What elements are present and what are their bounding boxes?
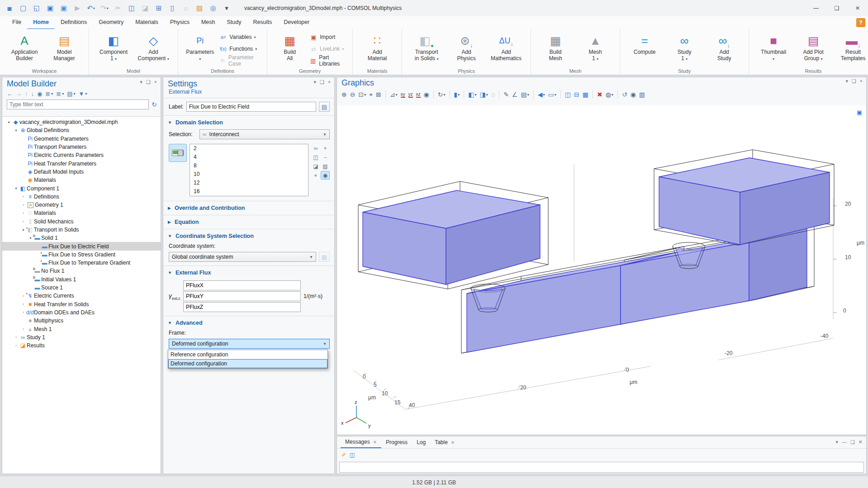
panel-pin-icon[interactable]: ⌖ bbox=[328, 79, 331, 85]
external-flux-input-x[interactable] bbox=[183, 280, 301, 290]
split-vertical-icon[interactable]: ⊟ bbox=[573, 90, 580, 99]
chevron-right-icon[interactable]: ▶ bbox=[168, 220, 171, 224]
chevron-right-icon[interactable]: › bbox=[20, 203, 26, 207]
model-manager-button[interactable]: ▤ModelManager bbox=[44, 32, 84, 62]
split-horizontal-icon[interactable]: ◫ bbox=[564, 90, 572, 99]
node-group-icon[interactable]: ▤▾ bbox=[67, 90, 75, 97]
panel-pin-icon[interactable]: ⌖ bbox=[154, 79, 157, 85]
selection-color-icon[interactable]: ✖ bbox=[596, 90, 603, 99]
coordinate-system-combobox[interactable]: Global coordinate system ▼ bbox=[169, 252, 316, 262]
add-material-button[interactable]: ∷AddMaterial bbox=[357, 32, 397, 62]
save-icon[interactable]: ▣ bbox=[44, 3, 56, 14]
zoom-selected-icon[interactable]: ⊠ bbox=[375, 90, 382, 99]
tree-item-component-1[interactable]: ▾◧Component 1 bbox=[2, 184, 161, 192]
chevron-down-icon[interactable]: ▼ bbox=[168, 234, 172, 238]
panel-float-icon[interactable]: ❑ bbox=[852, 78, 856, 84]
component-1-button[interactable]: ◧Component1 ▾ bbox=[94, 32, 133, 62]
tree-item-geometry-1[interactable]: ›AGeometry 1 bbox=[2, 201, 161, 209]
section-equation[interactable]: Equation bbox=[175, 219, 199, 225]
tree-item-mesh-1[interactable]: ›▲Mesh 1 bbox=[2, 325, 161, 333]
snapshot-icon[interactable]: ◉ bbox=[630, 90, 637, 99]
tree-item-materials[interactable]: ◉Materials bbox=[2, 176, 161, 184]
parameter-case-button[interactable]: PiParameter Case bbox=[219, 56, 262, 65]
comsol-logo-icon[interactable]: ◙ bbox=[4, 3, 15, 14]
print-icon[interactable]: ▥ bbox=[638, 90, 646, 99]
tree-item-initial-values-1[interactable]: ▬DInitial Values 1 bbox=[2, 275, 161, 284]
chevron-down-icon[interactable]: ▾ bbox=[13, 186, 19, 190]
chevron-down-icon[interactable]: ▼ bbox=[168, 270, 172, 275]
scene-camera-icon[interactable]: ◉ bbox=[423, 90, 430, 99]
tree-item-domain-odes-and-daes[interactable]: ›d/dtDomain ODEs and DAEs bbox=[2, 308, 161, 317]
measure-icon[interactable]: ∠ bbox=[511, 90, 519, 99]
menu-physics[interactable]: Physics bbox=[164, 16, 195, 28]
tab-log[interactable]: Log bbox=[412, 436, 430, 448]
copy-selection-icon[interactable]: ◫ bbox=[311, 153, 320, 161]
tab-table[interactable]: Table✕ bbox=[430, 436, 459, 448]
add-physics-button[interactable]: ⊛↓AddPhysics bbox=[446, 32, 486, 62]
minimize-button[interactable]: — bbox=[806, 0, 826, 16]
collapse-icon[interactable]: ≣▾ bbox=[56, 90, 64, 97]
show-selection-icon[interactable]: ◉ bbox=[321, 171, 330, 180]
chevron-right-icon[interactable]: › bbox=[20, 327, 26, 331]
menu-geometry[interactable]: Geometry bbox=[93, 16, 129, 28]
livelink-button[interactable]: ⇄LiveLink▾ bbox=[309, 44, 348, 53]
result-templates-button[interactable]: ▬↓ResultTemplates bbox=[833, 32, 868, 62]
panel-menu-icon[interactable]: ▾ bbox=[313, 79, 316, 85]
parameters-button[interactable]: PiParameters ▾ bbox=[183, 32, 217, 62]
tree-item-default-model-inputs[interactable]: ◈Default Model Inputs bbox=[2, 168, 161, 176]
go-to-source-icon[interactable]: ✎ bbox=[503, 90, 510, 99]
view-orientation-icon[interactable]: ⊿▾ bbox=[389, 90, 398, 99]
save-as-icon[interactable]: ▣ bbox=[58, 3, 70, 14]
coordinate-system-extra-button[interactable]: ▤ bbox=[319, 252, 330, 262]
add-to-selection-icon[interactable]: + bbox=[321, 144, 330, 152]
view-xz-icon[interactable]: xz bbox=[415, 91, 422, 98]
create-selection-icon[interactable]: ∞ bbox=[311, 144, 320, 152]
menu-results[interactable]: Results bbox=[247, 16, 278, 28]
messages-output[interactable] bbox=[339, 462, 864, 473]
tree-item-electric-currents[interactable]: ›↯+Electric Currents bbox=[2, 292, 161, 300]
tree-item-flux-due-to-temperature-gradient[interactable]: ▬●Flux Due to Temperature Gradient bbox=[2, 259, 161, 267]
selection-list-item[interactable]: 8 bbox=[194, 162, 308, 171]
help-button[interactable]: ? bbox=[856, 18, 865, 27]
add-plot-group-button[interactable]: ▤Add PlotGroup ▾ bbox=[793, 32, 833, 62]
clear-selection-icon[interactable]: ▨ bbox=[194, 3, 205, 14]
frame-option-reference-configuration[interactable]: Reference configuration bbox=[168, 350, 327, 359]
section-domain-selection[interactable]: Domain Selection bbox=[175, 119, 223, 126]
new-file-icon[interactable]: ▢ bbox=[17, 3, 29, 14]
external-flux-input-y[interactable] bbox=[183, 291, 301, 301]
frame-option-deformed-configuration[interactable]: Deformed configuration bbox=[168, 359, 327, 368]
rotate-icon[interactable]: ↻▾ bbox=[437, 90, 446, 99]
select-domain-icon[interactable]: ▮▾ bbox=[453, 90, 461, 99]
copy-icon[interactable]: ◫ bbox=[126, 3, 138, 14]
tree-item-no-flux-1[interactable]: ▬DNo Flux 1 bbox=[2, 267, 161, 275]
run-icon[interactable]: ▶ bbox=[71, 3, 83, 14]
panel-menu-icon[interactable]: ▾ bbox=[140, 79, 142, 85]
tree-item-flux-due-to-stress-gradient[interactable]: ▬●Flux Due to Stress Gradient bbox=[2, 251, 161, 259]
selection-list-item[interactable]: 4 bbox=[194, 154, 308, 162]
compute-button[interactable]: =Compute bbox=[625, 32, 664, 55]
tree-item-global-definitions[interactable]: ▾⊕Global Definitions bbox=[2, 126, 161, 134]
tree-item-flux-due-to-electric-field[interactable]: ▬Flux Due to Electric Field bbox=[2, 242, 161, 250]
build-mesh-button[interactable]: ▦BuildMesh bbox=[536, 32, 575, 62]
scene-light-icon[interactable]: ◍▾ bbox=[605, 90, 614, 99]
menu-materials[interactable]: Materials bbox=[129, 16, 164, 28]
panel-float-icon[interactable]: ❑ bbox=[146, 79, 151, 85]
rename-button[interactable]: ▤ bbox=[319, 102, 330, 112]
selection-list[interactable]: 248101216 bbox=[190, 144, 308, 196]
clear-log-icon[interactable]: ✐ bbox=[342, 452, 346, 458]
transport-in-solids-button[interactable]: ◧●Transportin Solids ▾ bbox=[407, 32, 446, 62]
frame-combobox[interactable]: Deformed configuration ▼ bbox=[169, 339, 330, 349]
select-box-icon[interactable]: ◌ bbox=[180, 3, 192, 14]
part-libraries-button[interactable]: ▥Part Libraries bbox=[309, 56, 348, 65]
chevron-down-icon[interactable]: ▼ bbox=[168, 321, 172, 325]
move-window-icon[interactable]: ⊞ bbox=[153, 3, 165, 14]
tree-item-heat-transfer-in-solids[interactable]: ›■Heat Transfer in Solids bbox=[2, 300, 161, 308]
mesh-1-button[interactable]: ▲Mesh1 ▾ bbox=[575, 32, 615, 62]
label-input[interactable] bbox=[186, 102, 316, 112]
tree-item-transport-parameters[interactable]: PiTransport Parameters bbox=[2, 143, 161, 151]
close-button[interactable]: ✕ bbox=[847, 0, 868, 16]
tree-item-heat-transfer-parameters[interactable]: PiHeat Transfer Parameters bbox=[2, 159, 161, 167]
menu-developer[interactable]: Developer bbox=[278, 16, 315, 28]
cut-icon[interactable]: ✂ bbox=[112, 3, 124, 14]
select-boundary-icon[interactable]: ◧▾ bbox=[467, 90, 477, 99]
